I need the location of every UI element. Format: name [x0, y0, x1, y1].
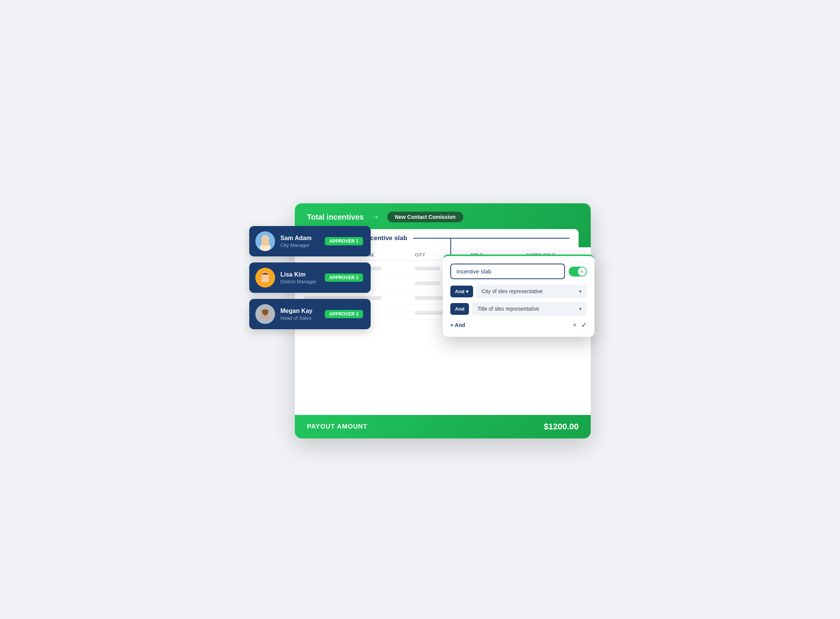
connector-line	[413, 238, 569, 239]
popup-input-row: fx	[450, 264, 587, 279]
payout-label: PAYOUT AMOUNT	[307, 423, 368, 430]
toggle-knob: fx	[578, 267, 586, 276]
incentive-slab-input[interactable]	[450, 264, 565, 279]
filter-row-2: And Title of sles representative ▾	[450, 302, 587, 316]
approver-1-info: Sam Adam City Manager	[280, 235, 319, 248]
approver-2-title: District Manager	[280, 279, 319, 284]
action-icons: × ✓	[573, 321, 587, 329]
total-incentives-label: Total incentives	[307, 213, 364, 222]
and-button-2[interactable]: And	[450, 303, 469, 315]
svg-rect-7	[261, 277, 269, 282]
payout-amount: $1200.00	[544, 422, 579, 432]
approver-3-badge: APPROVER 3	[325, 310, 363, 318]
approver-card-1: Sam Adam City Manager APPROVER 1	[249, 226, 371, 256]
approver-2-badge: APPROVER 2	[325, 273, 363, 282]
incentive-slab-label: incentive slab	[365, 234, 407, 242]
scene: Total incentives → New Contact Comission…	[249, 181, 591, 438]
popup-dialog: fx And ▾ City of sles representative ▾ A…	[443, 255, 595, 337]
chevron-down-icon: ▾	[579, 288, 582, 294]
city-dropdown[interactable]: City of sles representative ▾	[476, 284, 587, 298]
check-icon[interactable]: ✓	[581, 321, 587, 329]
fx-label: fx	[580, 270, 584, 273]
filter-row-1: And ▾ City of sles representative ▾	[450, 284, 587, 298]
fx-toggle[interactable]: fx	[569, 267, 587, 277]
cell-bar	[415, 281, 440, 285]
card-footer: PAYOUT AMOUNT $1200.00	[295, 415, 591, 438]
approver-3-info: Megan Kay Head of Sales	[280, 308, 319, 321]
approver-card-3: Megan Kay Head of Sales APPROVER 3	[249, 299, 371, 329]
add-and-row: + And × ✓	[450, 321, 587, 329]
approver-1-name: Sam Adam	[280, 235, 319, 242]
contact-commission-badge: New Contact Comission	[387, 212, 463, 222]
svg-rect-4	[261, 240, 269, 246]
approver-3-title: Head of Sales	[280, 315, 319, 321]
title-dropdown[interactable]: Title of sles representative ▾	[472, 302, 587, 316]
header-top: Total incentives → New Contact Comission	[307, 212, 579, 222]
add-and-button[interactable]: + And	[450, 322, 465, 328]
close-icon[interactable]: ×	[573, 321, 577, 329]
approver-1-badge: APPROVER 1	[325, 237, 363, 245]
avatar-megan	[255, 304, 275, 324]
approver-cards: Sam Adam City Manager APPROVER 1 Lisa Ki…	[249, 226, 371, 329]
cell-bar	[415, 267, 440, 270]
approver-3-name: Megan Kay	[280, 308, 319, 314]
approver-2-name: Lisa Kim	[280, 271, 319, 278]
and-button-1[interactable]: And ▾	[450, 286, 473, 297]
avatar-lisa	[255, 268, 275, 288]
approver-card-2: Lisa Kim District Manager APPROVER 2	[249, 262, 371, 293]
approver-1-title: City Manager	[280, 242, 319, 248]
avatar-sam	[255, 231, 275, 251]
arrow-icon: →	[371, 212, 380, 222]
chevron-down-icon-2: ▾	[579, 306, 582, 312]
approver-2-info: Lisa Kim District Manager	[280, 271, 319, 284]
